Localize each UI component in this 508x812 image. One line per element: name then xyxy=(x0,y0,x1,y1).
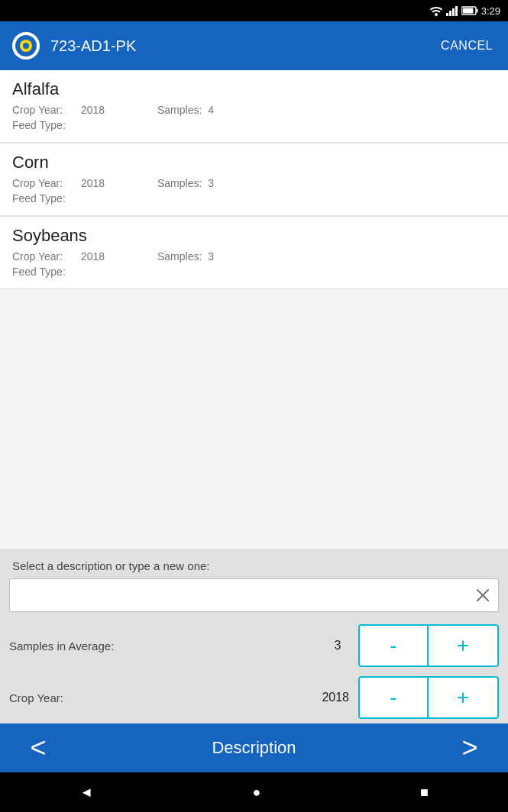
alfalfa-crop-year-label: Crop Year: xyxy=(12,104,81,116)
samples-plus-button[interactable]: + xyxy=(429,626,497,665)
battery-icon xyxy=(461,6,478,15)
close-icon xyxy=(476,588,490,602)
app-logo xyxy=(12,32,40,60)
svg-rect-3 xyxy=(452,8,455,16)
samples-minus-button[interactable]: - xyxy=(360,626,429,665)
corn-samples-label: Samples: xyxy=(157,177,202,189)
alfalfa-samples-value: 4 xyxy=(208,104,214,116)
crop-year-btn-group: - + xyxy=(358,676,499,719)
crop-name-soybeans: Soybeans xyxy=(12,226,496,246)
crop-list: Alfalfa Crop Year: 2018 Samples: 4 Feed … xyxy=(0,70,508,549)
soybeans-samples-value: 3 xyxy=(208,250,214,263)
corn-crop-year-row: Crop Year: 2018 Samples: 3 xyxy=(12,177,496,189)
corn-samples-value: 3 xyxy=(208,177,214,189)
nav-title: Description xyxy=(212,738,296,758)
corn-crop-year-value: 2018 xyxy=(81,177,157,189)
bottom-panel: Select a description or type a new one: … xyxy=(0,549,508,723)
soybeans-crop-year-label: Crop Year: xyxy=(12,250,81,263)
crop-year-plus-button[interactable]: + xyxy=(429,678,497,717)
alfalfa-crop-year-value: 2018 xyxy=(81,104,157,116)
crop-item-alfalfa[interactable]: Alfalfa Crop Year: 2018 Samples: 4 Feed … xyxy=(0,70,508,143)
alfalfa-feed-type-row: Feed Type: xyxy=(12,119,496,131)
crop-item-soybeans[interactable]: Soybeans Crop Year: 2018 Samples: 3 Feed… xyxy=(0,217,508,289)
alfalfa-feed-type-label: Feed Type: xyxy=(12,119,66,131)
search-bar-row xyxy=(0,578,508,620)
corn-feed-type-row: Feed Type: xyxy=(12,192,496,205)
svg-rect-1 xyxy=(446,13,448,16)
svg-rect-6 xyxy=(476,9,477,13)
clear-button[interactable] xyxy=(471,584,494,607)
crop-name-alfalfa: Alfalfa xyxy=(12,79,496,99)
soybeans-samples-label: Samples: xyxy=(157,250,202,263)
svg-point-10 xyxy=(23,43,29,49)
crop-item-corn[interactable]: Corn Crop Year: 2018 Samples: 3 Feed Typ… xyxy=(0,143,508,216)
alfalfa-samples-label: Samples: xyxy=(157,104,202,116)
soybeans-crop-year-row: Crop Year: 2018 Samples: 3 xyxy=(12,250,496,263)
home-button[interactable]: ● xyxy=(253,785,261,801)
soybeans-feed-type-label: Feed Type: xyxy=(12,266,66,278)
recent-button[interactable]: ■ xyxy=(420,785,429,801)
svg-rect-2 xyxy=(449,11,451,16)
logo-icon xyxy=(15,34,37,57)
time-display: 3:29 xyxy=(481,5,500,17)
prev-button[interactable]: < xyxy=(15,725,61,771)
app-title: 723-AD1-PK xyxy=(50,37,438,55)
samples-value: 3 xyxy=(326,639,349,652)
soybeans-feed-type-row: Feed Type: xyxy=(12,266,496,278)
system-nav-bar: ◄ ● ■ xyxy=(0,772,508,812)
corn-crop-year-label: Crop Year: xyxy=(12,177,81,189)
signal-icon xyxy=(446,5,458,16)
crop-year-minus-button[interactable]: - xyxy=(360,678,429,717)
samples-controls-row: Samples in Average: 3 - + xyxy=(0,620,508,672)
status-bar: 3:29 xyxy=(0,0,508,21)
next-button[interactable]: > xyxy=(447,725,493,771)
samples-label: Samples in Average: xyxy=(9,640,326,652)
corn-feed-type-label: Feed Type: xyxy=(12,192,66,205)
search-input[interactable] xyxy=(9,578,499,612)
crop-year-value: 2018 xyxy=(322,691,349,704)
description-prompt: Select a description or type a new one: xyxy=(0,549,508,578)
crop-year-label: Crop Year: xyxy=(9,691,322,704)
cancel-button[interactable]: CANCEL xyxy=(438,33,496,59)
status-icons: 3:29 xyxy=(429,5,500,17)
samples-btn-group: - + xyxy=(358,624,499,667)
back-button[interactable]: ◄ xyxy=(79,785,93,801)
search-wrapper xyxy=(9,578,499,612)
svg-point-0 xyxy=(435,13,438,16)
crop-year-controls-row: Crop Year: 2018 - + xyxy=(0,672,508,723)
crop-name-corn: Corn xyxy=(12,153,496,172)
app-bar: 723-AD1-PK CANCEL xyxy=(0,21,508,70)
svg-rect-7 xyxy=(462,8,473,14)
alfalfa-crop-year-row: Crop Year: 2018 Samples: 4 xyxy=(12,104,496,116)
svg-rect-4 xyxy=(455,6,458,16)
nav-bar: < Description > xyxy=(0,723,508,772)
soybeans-crop-year-value: 2018 xyxy=(81,250,157,263)
wifi-icon xyxy=(429,5,443,16)
